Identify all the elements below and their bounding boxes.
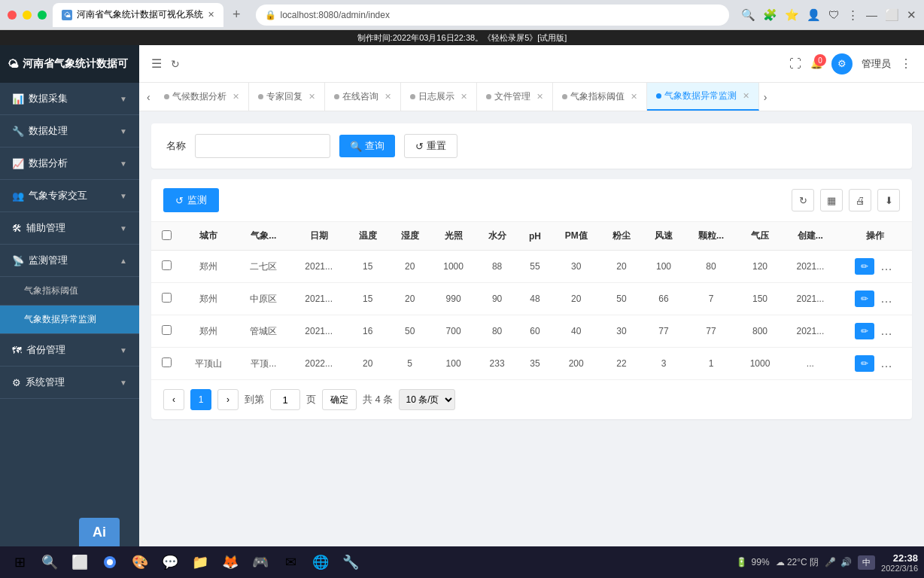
more-button-2[interactable]: … xyxy=(877,291,895,307)
header-more-icon[interactable]: ⋮ xyxy=(900,56,912,71)
battery-icon: 🔋 xyxy=(736,557,747,567)
sidebar-item-data-collect[interactable]: 📊 数据采集 ▼ xyxy=(0,83,139,115)
tab-expert-reply[interactable]: 专家回复 ✕ xyxy=(249,83,325,111)
tab-close-btn[interactable]: ✕ xyxy=(208,10,214,20)
sidebar-item-data-analysis[interactable]: 📈 数据分析 ▼ xyxy=(0,148,139,180)
fullscreen-icon[interactable]: ⛶ xyxy=(789,57,801,71)
win-min[interactable] xyxy=(23,11,32,20)
row-checkbox-2[interactable] xyxy=(162,293,172,303)
grid-tool-button[interactable]: ▦ xyxy=(820,189,843,211)
new-tab-button[interactable]: + xyxy=(229,4,244,26)
select-all-checkbox[interactable] xyxy=(162,230,172,240)
fox-taskbar-icon[interactable]: 🦊 xyxy=(217,549,244,576)
cell-particle-1: 80 xyxy=(685,251,737,283)
address-bar[interactable]: 🔒 localhost:8080/admin/index xyxy=(256,5,729,26)
restore-icon[interactable]: ⬜ xyxy=(885,8,899,22)
tab-climate-analysis[interactable]: 气候数据分析 ✕ xyxy=(155,83,249,111)
sidebar-item-monitor-mgmt[interactable]: 📡 监测管理 ▲ xyxy=(0,245,139,277)
chrome-menu-icon[interactable]: ⋮ xyxy=(847,8,859,22)
tab-close-climate[interactable]: ✕ xyxy=(233,92,239,102)
messenger-taskbar-icon[interactable]: ✉ xyxy=(277,549,304,576)
tab-close-log[interactable]: ✕ xyxy=(460,92,467,102)
per-page-select[interactable]: 10 条/页 20 条/页 50 条/页 xyxy=(399,389,455,410)
cell-dust-1: 20 xyxy=(600,251,643,283)
tab-close-threshold[interactable]: ✕ xyxy=(631,92,637,102)
win-close[interactable] xyxy=(8,11,17,20)
tool-taskbar-icon[interactable]: 🔧 xyxy=(337,549,364,576)
sidebar-item-aux-mgmt[interactable]: 🛠 辅助管理 ▼ xyxy=(0,212,139,245)
sidebar-item-data-process[interactable]: 🔧 数据处理 ▼ xyxy=(0,115,139,148)
tab-close-anomaly[interactable]: ✕ xyxy=(743,91,749,101)
tab-close-file[interactable]: ✕ xyxy=(536,92,543,102)
query-button[interactable]: 🔍 查询 xyxy=(339,135,395,157)
task-view-icon[interactable]: ⬜ xyxy=(66,549,93,576)
col-city: 城市 xyxy=(181,222,236,251)
more-button-3[interactable]: … xyxy=(877,323,895,339)
more-button-4[interactable]: … xyxy=(877,355,895,372)
lang-icon[interactable]: 中 xyxy=(858,555,875,570)
search-taskbar-icon[interactable]: 🔍 xyxy=(36,549,63,576)
page-1-button[interactable]: 1 xyxy=(190,389,211,410)
download-tool-button[interactable]: ⬇ xyxy=(877,189,900,211)
extensions-icon[interactable]: 🧩 xyxy=(763,8,777,22)
tab-anomaly-monitor[interactable]: 气象数据异常监测 ✕ xyxy=(647,83,759,111)
notification-bell[interactable]: 🔔 0 xyxy=(810,58,822,69)
tab-next-button[interactable]: › xyxy=(759,83,772,111)
close-window-icon[interactable]: ✕ xyxy=(907,8,916,22)
edit-button-2[interactable]: ✏ xyxy=(855,291,874,307)
taskbar-sound: 🎤 🔊 xyxy=(825,557,852,567)
tab-threshold[interactable]: 气象指标阈值 ✕ xyxy=(553,83,647,111)
reset-button[interactable]: ↺ 重置 xyxy=(404,134,457,158)
earth-taskbar-icon[interactable]: 🌐 xyxy=(307,549,334,576)
win-max[interactable] xyxy=(38,11,47,20)
total-count-text: 共 4 条 xyxy=(363,393,393,406)
account-icon[interactable]: 👤 xyxy=(807,8,821,22)
page-jump-input[interactable] xyxy=(270,389,300,410)
edit-button-3[interactable]: ✏ xyxy=(855,323,874,339)
chrome-taskbar-icon[interactable] xyxy=(96,549,123,576)
wechat-taskbar-icon[interactable]: 💬 xyxy=(157,549,184,576)
edit-button-1[interactable]: ✏ xyxy=(855,258,874,275)
tab-prev-button[interactable]: ‹ xyxy=(142,83,155,111)
minimize-icon[interactable]: — xyxy=(866,8,877,21)
monitor-button[interactable]: ↺ 监测 xyxy=(163,188,219,212)
col-station: 气象... xyxy=(236,222,291,251)
search-icon[interactable]: 🔍 xyxy=(741,8,755,22)
settings-button[interactable]: ⚙ xyxy=(831,53,853,75)
page-confirm-button[interactable]: 确定 xyxy=(322,389,357,410)
ai-button[interactable]: Ai xyxy=(79,518,120,546)
page-next-button[interactable]: › xyxy=(217,389,239,410)
bookmark-icon[interactable]: ⭐ xyxy=(785,8,799,22)
sidebar-item-expert-interact[interactable]: 👥 气象专家交互 ▼ xyxy=(0,180,139,212)
tab-close-consult[interactable]: ✕ xyxy=(384,92,391,102)
tab-close-expert[interactable]: ✕ xyxy=(309,92,315,102)
sidebar-item-province-mgmt[interactable]: 🗺 省份管理 ▼ xyxy=(0,334,139,367)
refresh-tool-button[interactable]: ↻ xyxy=(792,189,814,211)
print-tool-button[interactable]: 🖨 xyxy=(849,189,871,211)
folder-taskbar-icon[interactable]: 📁 xyxy=(187,549,214,576)
game-taskbar-icon[interactable]: 🎮 xyxy=(247,549,274,576)
search-input[interactable] xyxy=(195,134,330,158)
edit-button-4[interactable]: ✏ xyxy=(855,355,874,372)
tab-online-consult[interactable]: 在线咨询 ✕ xyxy=(325,83,401,111)
start-menu-icon[interactable]: ⊞ xyxy=(6,549,33,576)
table-toolbar: ↺ 监测 ↻ ▦ 🖨 ⬇ xyxy=(151,179,912,222)
row-checkbox-3[interactable] xyxy=(162,325,172,335)
menu-toggle-icon[interactable]: ☰ xyxy=(151,56,162,71)
more-button-1[interactable]: … xyxy=(877,258,895,275)
page-prev-button[interactable]: ‹ xyxy=(163,389,184,410)
sidebar-sub-threshold[interactable]: 气象指标阈值 xyxy=(0,277,139,306)
row-checkbox-4[interactable] xyxy=(162,357,172,367)
row-checkbox-1[interactable] xyxy=(162,260,172,270)
sidebar-item-sys-mgmt[interactable]: ⚙ 系统管理 ▼ xyxy=(0,367,139,399)
action-cell-3: ✏ … xyxy=(844,323,906,339)
sidebar-sub-anomaly-monitor[interactable]: 气象数据异常监测 xyxy=(0,306,139,334)
colorful-taskbar-icon[interactable]: 🎨 xyxy=(126,549,153,576)
tab-log-display[interactable]: 日志展示 ✕ xyxy=(401,83,477,111)
col-created: 创建... xyxy=(783,222,838,251)
no-trace-icon[interactable]: 🛡 xyxy=(828,8,840,21)
page-refresh-icon[interactable]: ↻ xyxy=(171,58,180,70)
header-right: ⛶ 🔔 0 ⚙ 管理员 ⋮ xyxy=(789,53,912,75)
tab-file-mgmt[interactable]: 文件管理 ✕ xyxy=(477,83,553,111)
browser-tab[interactable]: 🌤 河南省气象统计数据可视化系统 ✕ xyxy=(53,3,223,27)
